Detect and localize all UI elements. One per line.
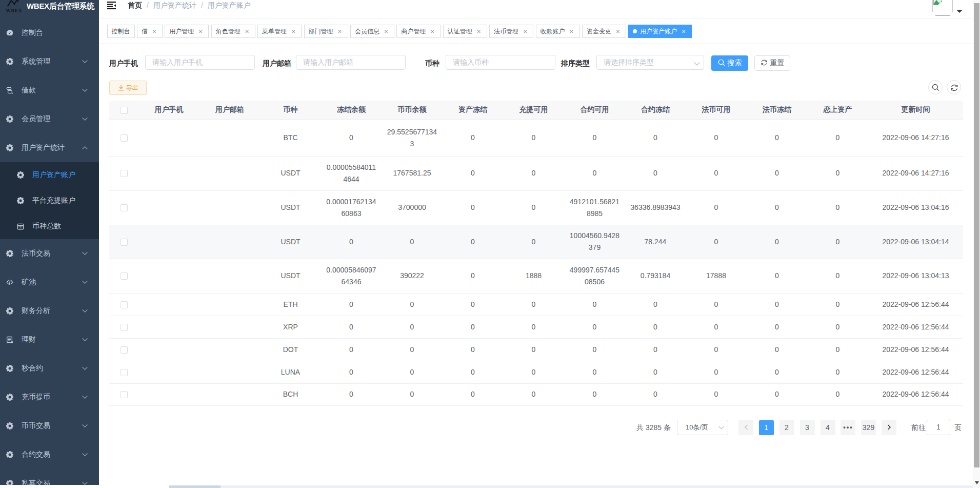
svg-text:WBEX: WBEX	[6, 8, 23, 13]
